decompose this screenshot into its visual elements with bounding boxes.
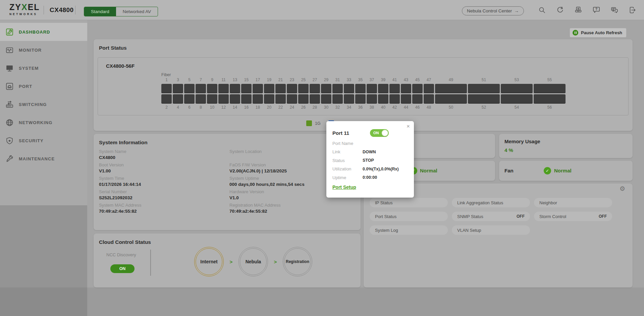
quick-link-vlan-setup[interactable]: VLAN Setup <box>452 225 530 235</box>
port-block-42[interactable] <box>389 94 400 104</box>
port-block-51[interactable] <box>468 84 500 93</box>
port-block-28[interactable] <box>310 94 320 104</box>
port-block-23[interactable] <box>287 84 297 93</box>
port-block-9[interactable] <box>207 84 217 93</box>
port-block-34[interactable] <box>344 94 354 104</box>
quick-link-port-status[interactable]: Port Status <box>370 212 448 221</box>
port-block-56[interactable] <box>534 94 566 104</box>
port-block-49[interactable] <box>435 84 467 93</box>
gear-icon[interactable]: ⚙ <box>620 185 625 193</box>
refresh-icon[interactable] <box>556 6 564 14</box>
port-block-18[interactable] <box>253 94 263 104</box>
sidebar-item-system[interactable]: SYSTEM <box>0 59 87 77</box>
port-block-54[interactable] <box>501 94 533 104</box>
feedback-icon[interactable] <box>610 6 619 14</box>
port-block-25[interactable] <box>298 84 309 93</box>
sidebar-item-security[interactable]: SECURITY <box>0 131 87 150</box>
port-block-6[interactable] <box>184 94 195 104</box>
info-value: CX4800 <box>99 155 226 161</box>
quick-link-ip-status[interactable]: IP Status <box>370 198 448 207</box>
port-block-37[interactable] <box>367 84 377 93</box>
port-block-2[interactable] <box>161 94 172 104</box>
port-block-10[interactable] <box>207 94 217 104</box>
quick-link-snmp-status[interactable]: SNMP StatusOFF <box>452 212 530 221</box>
sidebar-item-networking[interactable]: NETWORKING <box>0 113 87 131</box>
port-block-12[interactable] <box>218 94 229 104</box>
quick-link-link-aggregation-status[interactable]: Link Aggregation Status <box>452 198 530 207</box>
close-icon[interactable]: × <box>407 123 410 130</box>
port-block-45[interactable] <box>412 84 423 93</box>
help-icon[interactable]: ? <box>592 6 600 14</box>
port-block-33[interactable] <box>344 84 354 93</box>
port-block-52[interactable] <box>468 94 500 104</box>
port-block-40[interactable] <box>378 94 388 104</box>
port-block-29[interactable] <box>321 84 331 93</box>
quick-link-neighbor[interactable]: Neighbor <box>534 198 612 207</box>
port-block-3[interactable] <box>173 84 183 93</box>
port-setup-link[interactable]: Port Setup <box>332 185 356 190</box>
ncc-discovery-toggle[interactable]: ON <box>110 264 135 273</box>
port-block-39[interactable] <box>378 84 388 93</box>
popup-row-label: Status <box>332 158 363 163</box>
port-number: 41 <box>389 77 400 83</box>
tab-networked-av[interactable]: Networked AV <box>116 7 158 16</box>
port-block-14[interactable] <box>230 94 240 104</box>
port-block-8[interactable] <box>196 94 206 104</box>
monitor-icon <box>5 46 14 54</box>
sidebar-item-monitor[interactable]: MONITOR <box>0 41 87 59</box>
port-on-off-toggle[interactable]: ON <box>370 129 389 137</box>
logout-icon[interactable] <box>629 6 637 14</box>
port-block-46[interactable] <box>412 94 423 104</box>
port-number: 9 <box>207 77 217 83</box>
port-block-55[interactable] <box>534 84 566 93</box>
maintenance-icon <box>5 154 14 163</box>
quick-link-storm-control[interactable]: Storm ControlOFF <box>534 212 612 221</box>
nebula-control-center-button[interactable]: Nebula Control Center → <box>462 6 524 15</box>
port-block-35[interactable] <box>355 84 366 93</box>
port-block-31[interactable] <box>332 84 343 93</box>
port-block-32[interactable] <box>332 94 343 104</box>
sidebar-item-switching[interactable]: SWITCHING <box>0 95 87 113</box>
port-block-43[interactable] <box>401 84 411 93</box>
port-block-36[interactable] <box>355 94 366 104</box>
port-block-7[interactable] <box>196 84 206 93</box>
quick-link-system-log[interactable]: System Log <box>370 225 448 235</box>
sidebar-item-dashboard[interactable]: DASHBOARD <box>0 23 87 41</box>
port-block-22[interactable] <box>275 94 286 104</box>
port-block-15[interactable] <box>241 84 252 93</box>
port-block-11[interactable] <box>218 84 229 93</box>
port-block-5[interactable] <box>184 84 195 93</box>
pause-icon <box>573 30 578 36</box>
port-block-17[interactable] <box>253 84 263 93</box>
port-block-13[interactable] <box>230 84 240 93</box>
port-block-41[interactable] <box>389 84 400 93</box>
pause-auto-refresh-button[interactable]: Pause Auto Refresh <box>570 28 626 37</box>
sidebar-item-port[interactable]: PORT <box>0 77 87 95</box>
port-block-16[interactable] <box>241 94 252 104</box>
port-block-47[interactable] <box>424 84 434 93</box>
port-block-53[interactable] <box>501 84 533 93</box>
port-block-26[interactable] <box>298 94 309 104</box>
port-block-27[interactable] <box>310 84 320 93</box>
port-block-19[interactable] <box>264 84 274 93</box>
backup-icon[interactable] <box>574 6 582 14</box>
port-number: 50 <box>435 105 467 110</box>
port-block-48[interactable] <box>424 94 434 104</box>
info-label: System Time <box>99 175 226 181</box>
port-block-24[interactable] <box>287 94 297 104</box>
port-block-44[interactable] <box>401 94 411 104</box>
port-block-38[interactable] <box>367 94 377 104</box>
sidebar-item-maintenance[interactable]: MAINTENANCE <box>0 150 87 168</box>
port-block-4[interactable] <box>173 94 183 104</box>
search-icon[interactable] <box>538 6 546 14</box>
mode-tab-group: StandardNetworked AV <box>84 7 158 16</box>
port-block-30[interactable] <box>321 94 331 104</box>
port-block-50[interactable] <box>435 94 467 104</box>
quick-link-label: Port Status <box>375 214 396 219</box>
port-block-21[interactable] <box>275 84 286 93</box>
cloud-connection-steps: Internet>Nebula>Registration <box>194 247 312 276</box>
sidebar-item-label: MAINTENANCE <box>19 156 55 161</box>
port-block-1[interactable] <box>161 84 172 93</box>
port-block-20[interactable] <box>264 94 274 104</box>
tab-standard[interactable]: Standard <box>84 7 116 16</box>
